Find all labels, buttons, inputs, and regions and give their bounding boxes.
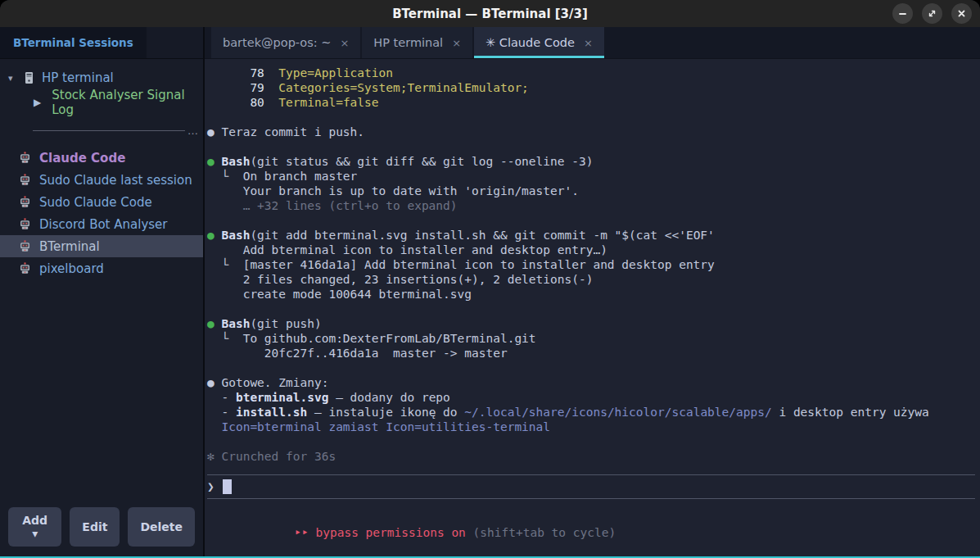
robot-icon: [19, 152, 31, 164]
permission-mode-hint: (shift+tab to cycle): [466, 526, 616, 539]
divider-line: [33, 130, 185, 131]
window-body: BTerminal Sessions ▾ HP terminal ▶ Stock…: [0, 27, 980, 556]
window-controls: [892, 3, 972, 24]
computer-icon: [24, 71, 34, 84]
status-bar: ‣‣ bypass permissions on (shift+tab to c…: [207, 499, 975, 556]
robot-icon: [19, 218, 31, 230]
terminal-line: 20fc27f..416da1a master -> master: [207, 346, 975, 361]
session-tree: ▾ HP terminal ▶ Stock Analyser Signal Lo…: [0, 59, 203, 138]
terminal-line: ✻ Crunched for 36s: [207, 449, 975, 464]
session-item[interactable]: Sudo Claude last session: [0, 169, 203, 191]
tree-item-hp-terminal[interactable]: ▾ HP terminal: [0, 66, 203, 90]
chevron-down-icon[interactable]: ▾: [8, 73, 16, 84]
terminal-line: ● Bash(git push): [207, 316, 975, 331]
permission-mode-label: bypass permissions on: [316, 526, 466, 539]
session-list: Claude CodeSudo Claude last sessionSudo …: [0, 147, 203, 502]
sidebar-header-tab[interactable]: BTerminal Sessions: [0, 27, 147, 58]
terminal-line: - install.sh — instaluje ikonę do ~/.loc…: [207, 405, 975, 420]
tab-label: ✳ Claude Code: [485, 36, 575, 49]
terminal-line: Your branch is up to date with 'origin/m…: [207, 184, 975, 198]
close-icon: [957, 9, 966, 18]
maximize-icon: [928, 9, 937, 18]
terminal: 78 Type=Application 79 Categories=System…: [205, 59, 980, 556]
session-item[interactable]: pixelboard: [0, 257, 203, 279]
add-button[interactable]: Add ▾: [8, 507, 61, 547]
session-item[interactable]: Sudo Claude Code: [0, 191, 203, 213]
tab-label: bartek@pop-os: ~: [223, 36, 331, 49]
sidebar-header: BTerminal Sessions: [0, 27, 203, 59]
robot-icon: [19, 196, 31, 208]
session-item-label: Discord Bot Analyser: [39, 217, 167, 232]
sessions-sidebar: BTerminal Sessions ▾ HP terminal ▶ Stock…: [0, 27, 205, 556]
terminal-line: ● Teraz commit i push.: [207, 125, 975, 139]
session-item-label: Claude Code: [39, 151, 125, 166]
robot-icon: [19, 240, 31, 252]
terminal-output: 78 Type=Application 79 Categories=System…: [207, 66, 975, 464]
terminal-line: Add bterminal icon to installer and desk…: [207, 243, 975, 257]
play-icon[interactable]: ▶: [34, 97, 41, 108]
terminal-line: └ [master 416da1a] Add bterminal icon to…: [207, 257, 975, 272]
terminal-line: Icon=bterminal zamiast Icon=utilities-te…: [207, 420, 975, 434]
tree-child-label: Stock Analyser Signal Log: [52, 88, 203, 117]
prompt-symbol: ❯: [207, 479, 221, 494]
minimize-icon: [898, 9, 907, 18]
status-arrows-icon: ‣‣: [294, 526, 315, 539]
minimize-button[interactable]: [892, 3, 913, 24]
ellipsis-icon: …: [187, 125, 198, 137]
terminal-line: └ On branch master: [207, 169, 975, 184]
tab-close-icon[interactable]: ×: [340, 37, 349, 49]
terminal-line: create mode 100644 bterminal.svg: [207, 287, 975, 302]
terminal-line: ● Bash(git add bterminal.svg install.sh …: [207, 228, 975, 243]
session-item-label: Sudo Claude last session: [39, 173, 192, 188]
terminal-line: [207, 302, 975, 316]
session-item-label: pixelboard: [39, 261, 104, 276]
terminal-line: [207, 213, 975, 228]
terminal-line: 2 files changed, 23 insertions(+), 2 del…: [207, 272, 975, 287]
terminal-line: [207, 139, 975, 154]
terminal-line: 79 Categories=System;TerminalEmulator;: [207, 80, 975, 95]
robot-icon: [19, 262, 31, 274]
session-item-label: Sudo Claude Code: [39, 195, 152, 210]
delete-button[interactable]: Delete: [128, 507, 195, 547]
bterminal-window: BTerminal — BTerminal [3/3] BTerminal Se…: [0, 0, 980, 558]
terminal-line: ● Bash(git status && git diff && git log…: [207, 154, 975, 169]
terminal-line: 78 Type=Application: [207, 66, 975, 80]
titlebar[interactable]: BTerminal — BTerminal [3/3]: [0, 0, 980, 27]
terminal-line: 80 Terminal=false: [207, 95, 975, 110]
terminal-line: - bterminal.svg — dodany do repo: [207, 390, 975, 405]
tab[interactable]: ✳ Claude Code×: [474, 27, 604, 58]
tree-item-label: HP terminal: [42, 70, 114, 85]
terminal-line: [207, 434, 975, 449]
robot-icon: [19, 174, 31, 186]
terminal-line: [207, 361, 975, 375]
tab-label: HP terminal: [373, 36, 443, 49]
tab-close-icon[interactable]: ×: [584, 37, 593, 49]
maximize-button[interactable]: [922, 3, 942, 24]
terminal-line: ● Gotowe. Zmiany:: [207, 375, 975, 390]
session-item[interactable]: Discord Bot Analyser: [0, 213, 203, 235]
edit-button[interactable]: Edit: [70, 507, 120, 547]
text-cursor: [223, 479, 232, 494]
prompt-input[interactable]: ❯: [207, 474, 975, 499]
terminal-line: └ To github.com:DexterFromLab/BTerminal.…: [207, 331, 975, 346]
tab[interactable]: bartek@pop-os: ~×: [211, 27, 360, 58]
terminal-line: … +32 lines (ctrl+o to expand): [207, 198, 975, 213]
session-item[interactable]: Claude Code: [0, 147, 203, 169]
sidebar-footer: Add ▾EditDelete: [0, 502, 203, 556]
tab-close-icon[interactable]: ×: [452, 37, 461, 49]
tree-divider: …: [33, 125, 198, 137]
tree-item-stock-analyser-log[interactable]: ▶ Stock Analyser Signal Log: [0, 90, 203, 115]
window-title: BTerminal — BTerminal [3/3]: [392, 7, 588, 21]
session-item-label: BTerminal: [39, 239, 100, 254]
session-item[interactable]: BTerminal: [0, 235, 203, 257]
terminal-line: [207, 110, 975, 125]
tab-bar: bartek@pop-os: ~×HP terminal×✳ Claude Co…: [205, 27, 980, 59]
main-area: bartek@pop-os: ~×HP terminal×✳ Claude Co…: [205, 27, 980, 556]
tab[interactable]: HP terminal×: [362, 27, 472, 58]
terminal-spacer: [207, 464, 975, 474]
close-button[interactable]: [951, 3, 972, 24]
